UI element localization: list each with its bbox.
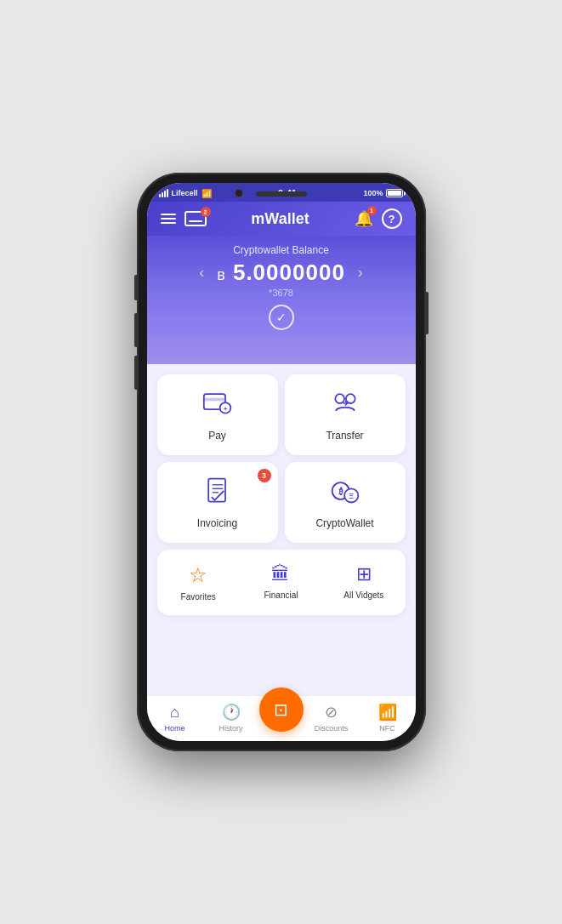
balance-section: Cryptowallet Balance ‹ в 5.0000000 › *36… xyxy=(147,236,416,364)
app-header: 2 mWallet 🔔 1 ? xyxy=(147,202,416,236)
pay-icon: + xyxy=(202,388,233,423)
svg-point-4 xyxy=(335,394,344,403)
transfer-button[interactable]: Transfer xyxy=(285,374,406,455)
phone-screen: Lifecell 📶 9:41 100% 2 xyxy=(147,183,416,741)
balance-next-arrow[interactable]: › xyxy=(354,260,367,286)
nav-scan-button[interactable]: ⊡ xyxy=(259,687,304,732)
phone-btn-left3 xyxy=(134,356,138,390)
bell-badge: 1 xyxy=(367,206,377,215)
favorites-label: Favorites xyxy=(181,592,216,602)
balance-label: Cryptowallet Balance xyxy=(233,244,329,256)
nav-nfc[interactable]: 📶 NFC xyxy=(360,703,416,733)
svg-text:+: + xyxy=(223,405,227,413)
help-button[interactable]: ? xyxy=(382,208,402,229)
wifi-icon: 📶 xyxy=(202,189,212,198)
transfer-label: Transfer xyxy=(326,430,363,442)
discounts-icon: ⊘ xyxy=(325,703,338,722)
balance-value: 5.0000000 xyxy=(233,260,345,285)
bell-button[interactable]: 🔔 1 xyxy=(355,209,373,228)
chevron-down-button[interactable]: ✓ xyxy=(269,305,294,330)
phone-btn-left1 xyxy=(134,275,138,300)
all-vidgets-icon: ⊞ xyxy=(356,563,372,585)
carrier-label: Lifecell xyxy=(172,189,198,197)
card-icon-button[interactable]: 2 xyxy=(184,211,207,226)
svg-point-5 xyxy=(345,394,355,403)
battery-icon xyxy=(386,189,403,197)
transfer-icon xyxy=(330,388,360,423)
phone-camera xyxy=(235,189,243,197)
scan-icon: ⊡ xyxy=(274,699,288,720)
invoicing-button[interactable]: Invoicing 3 xyxy=(157,462,278,543)
invoicing-label: Invoicing xyxy=(197,517,237,529)
pay-button[interactable]: + Pay xyxy=(157,374,278,455)
favorites-icon: ☆ xyxy=(189,563,207,587)
grid-row-2: Invoicing 3 ₿ Ξ CryptoWallet xyxy=(157,462,406,543)
chevron-down-icon: ✓ xyxy=(276,311,287,324)
cryptowallet-icon: ₿ Ξ xyxy=(330,476,360,510)
favorites-button[interactable]: ☆ Favorites xyxy=(157,558,240,607)
svg-rect-1 xyxy=(203,398,224,402)
widgets-row: ☆ Favorites 🏛 Financial ⊞ All Vidgets xyxy=(157,550,406,615)
card-badge: 2 xyxy=(201,207,211,217)
all-vidgets-button[interactable]: ⊞ All Vidgets xyxy=(322,558,405,607)
invoicing-badge: 3 xyxy=(258,469,271,482)
balance-prev-arrow[interactable]: ‹ xyxy=(195,260,208,286)
signal-bars xyxy=(159,189,168,197)
phone-outer: Lifecell 📶 9:41 100% 2 xyxy=(137,173,426,751)
nav-history[interactable]: 🕐 History xyxy=(203,703,259,733)
home-label: Home xyxy=(164,724,184,733)
svg-text:₿: ₿ xyxy=(338,487,343,496)
financial-icon: 🏛 xyxy=(271,563,290,585)
header-left: 2 xyxy=(161,211,207,226)
all-vidgets-label: All Vidgets xyxy=(343,590,383,600)
nfc-label: NFC xyxy=(379,724,395,733)
financial-button[interactable]: 🏛 Financial xyxy=(240,558,322,607)
nav-discounts[interactable]: ⊘ Discounts xyxy=(304,703,360,733)
phone-btn-right xyxy=(425,292,429,334)
grid-row-1: + Pay Transfer xyxy=(157,374,406,455)
phone-btn-left2 xyxy=(134,313,138,347)
nfc-icon: 📶 xyxy=(378,703,397,722)
history-label: History xyxy=(219,724,242,733)
status-left: Lifecell 📶 xyxy=(159,189,212,198)
bottom-nav: ⌂ Home 🕐 History ⊡ ⊘ Discounts 📶 NFC xyxy=(147,695,416,741)
invoicing-icon xyxy=(202,476,233,510)
svg-text:Ξ: Ξ xyxy=(349,492,354,500)
cryptowallet-button[interactable]: ₿ Ξ CryptoWallet xyxy=(285,462,406,543)
main-content: + Pay Transfer xyxy=(147,364,416,695)
header-right: 🔔 1 ? xyxy=(355,208,402,229)
history-icon: 🕐 xyxy=(222,703,241,722)
status-right: 100% xyxy=(363,189,403,197)
balance-inner: Cryptowallet Balance ‹ в 5.0000000 › *36… xyxy=(164,244,399,330)
balance-currency: в xyxy=(217,266,226,283)
balance-amount: в 5.0000000 xyxy=(217,260,345,286)
discounts-label: Discounts xyxy=(315,724,349,733)
home-icon: ⌂ xyxy=(170,704,179,722)
balance-account: *3678 xyxy=(269,288,293,298)
nav-home[interactable]: ⌂ Home xyxy=(147,704,203,733)
pay-label: Pay xyxy=(208,430,226,442)
app-title: mWallet xyxy=(251,210,309,228)
phone-speaker-top xyxy=(256,191,307,197)
hamburger-button[interactable] xyxy=(161,214,176,224)
balance-row: ‹ в 5.0000000 › xyxy=(195,260,367,286)
battery-percent: 100% xyxy=(363,189,383,197)
cryptowallet-label: CryptoWallet xyxy=(315,517,373,529)
financial-label: Financial xyxy=(264,590,298,600)
